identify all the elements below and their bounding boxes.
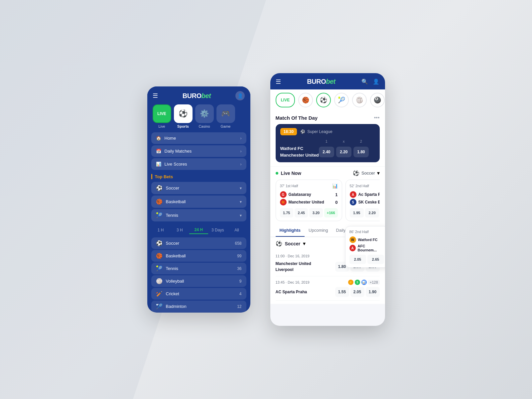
match-odds-row: Watford FC Manchester United 2.40 2.20 1… (280, 145, 369, 158)
h-odd-2-3[interactable]: 1.90 (366, 287, 380, 297)
match-of-day-header: Match Of The Day ••• (276, 115, 380, 121)
filter-other[interactable]: 🎱 (370, 93, 385, 107)
tab-game[interactable]: 🎮 Game (216, 104, 235, 128)
basketball-count-label: Basketball (166, 253, 186, 258)
live-tab-label: Live (158, 124, 165, 128)
acsparta-name: Ac Sparta Praha (358, 192, 380, 197)
badminton-count-label: Badminton (166, 304, 187, 309)
right-logo: BURObet (307, 78, 335, 85)
count-badminton[interactable]: 🏸 Badminton 12 (151, 301, 246, 312)
odd-x[interactable]: 2.20 (336, 147, 351, 157)
top-bets-title: Top Bets (155, 174, 173, 179)
cricket-count-num: 4 (239, 292, 242, 296)
search-icon[interactable]: 🔍 (361, 78, 368, 85)
odds-group: 2.40 2.20 1.80 (319, 147, 369, 157)
match-2-datetime: 13:45 · Dec 16, 2019 (276, 280, 310, 284)
live-odd-2-1[interactable]: 1.95 (350, 208, 364, 217)
more-odds-1[interactable]: +166 (324, 208, 338, 217)
live-card-2-header: 52' 2nd Half 📊 (350, 183, 380, 189)
count-volleyball[interactable]: 🏐 Volleyball 9 (151, 275, 246, 287)
hamburger-icon[interactable]: ☰ (153, 92, 158, 99)
soccer-filter-chevron: ▾ (377, 170, 380, 176)
match-2-teams-row: AC Sparta Praha 1.55 2.05 1.90 (276, 287, 380, 297)
cricket-count-label: Cricket (166, 291, 179, 296)
tab-casino[interactable]: ⚙️ Casino (195, 104, 214, 128)
top-bets-basketball[interactable]: 🏀 Basketball ▾ (151, 196, 246, 208)
tab-live[interactable]: LIVE Live (153, 104, 171, 128)
live-odd-1-2[interactable]: 2.45 (295, 208, 308, 217)
badge-yellow-2: ⚡ (348, 280, 353, 285)
overflow-live-card: 86' 2nd Half W Watford FC A AFC Bournem.… (345, 226, 385, 268)
h-odd-2-2[interactable]: 2.05 (350, 287, 364, 297)
count-soccer[interactable]: ⚽ Soccer 658 (151, 237, 246, 249)
basketball-label: Basketball (166, 199, 186, 204)
team-row-galatasaray: G Galatasaray 1 (280, 191, 338, 198)
live-card-2-teams: A Ac Sparta Praha 1 S SK Ceske Budejovic… (350, 191, 380, 205)
count-basketball[interactable]: 🏀 Basketball 99 (151, 250, 246, 262)
afc-logo: A (349, 245, 356, 251)
live-odd-1-1[interactable]: 1.75 (280, 208, 293, 217)
top-bets-section: Top Bets ⚽ Soccer ▾ 🏀 Basketball ▾ (147, 170, 250, 221)
game-tab-label: Game (221, 124, 231, 128)
live-odd-1-3[interactable]: 3.20 (309, 208, 323, 217)
right-user-icon[interactable]: 👤 (373, 78, 379, 85)
tab-upcoming[interactable]: Upcoming (305, 224, 332, 237)
cricket-count-icon: 🏏 (156, 291, 163, 297)
soccer-filter[interactable]: ⚽ Soccer ▾ (353, 170, 379, 176)
user-icon[interactable]: 👤 (235, 91, 245, 100)
highlights-dropdown-icon[interactable]: ▾ (303, 240, 306, 247)
match-1-datetime: 11:00 · Dec 16, 2019 (276, 254, 310, 258)
time-3h[interactable]: 3 H (170, 226, 189, 234)
game-tab-icon: 🎮 (216, 104, 235, 123)
overflow-card-teams: W Watford FC A AFC Bournem... (349, 236, 384, 252)
menu-item-live-scores[interactable]: 📊 Live Scores › (151, 158, 246, 170)
top-bets-soccer[interactable]: ⚽ Soccer ▾ (151, 182, 246, 194)
right-header: ☰ BURObet 🔍 👤 (270, 73, 385, 89)
time-24h[interactable]: 24 H (189, 226, 208, 234)
stats-icon-1[interactable]: 📊 (332, 183, 338, 189)
count-tennis[interactable]: 🎾 Tennis 36 (151, 263, 246, 274)
time-1h[interactable]: 1 H (151, 226, 170, 234)
menu-item-daily-matches[interactable]: 📅 Daily Matches › (151, 145, 246, 157)
filter-live[interactable]: LIVE (276, 93, 295, 107)
soccer-count-icon: ⚽ (156, 240, 163, 246)
calendar-icon: 📅 (156, 149, 161, 154)
overflow-odd-1[interactable]: 2.05 (349, 255, 366, 264)
h-odd-2-1[interactable]: 1.55 (335, 287, 349, 297)
sports-tab-icon: ⚽ (174, 104, 193, 123)
odd-1[interactable]: 2.40 (319, 147, 334, 157)
filter-basketball[interactable]: 🏀 (298, 93, 313, 107)
menu-item-home[interactable]: 🏠 Home › (151, 132, 246, 144)
tab-highlights[interactable]: Highlights (276, 224, 305, 237)
filter-volleyball[interactable]: 🏐 (352, 93, 367, 107)
top-bets-tennis[interactable]: 🎾 Tennis ▾ (151, 209, 246, 221)
live-now-section: Live Now ⚽ Soccer ▾ 37' 1st Half 📊 (270, 166, 385, 224)
time-3days[interactable]: 3 Days (208, 226, 227, 234)
live-card-1-teams: G Galatasaray 1 M Manchester United (280, 191, 338, 205)
watford-logo: W (349, 236, 356, 243)
live-now-header: Live Now ⚽ Soccer ▾ (276, 170, 380, 176)
right-phone: ☰ BURObet 🔍 👤 LIVE 🏀 ⚽ 🎾 🏐 🎱 (270, 73, 385, 326)
match-1-time: 37' 1st Half (280, 184, 298, 188)
count-cricket[interactable]: 🏏 Cricket 4 (151, 288, 246, 300)
live-odd-2-2[interactable]: 2.20 (365, 208, 379, 217)
time-all[interactable]: All (227, 226, 246, 234)
odd-2[interactable]: 1.80 (353, 147, 369, 157)
right-hamburger-icon[interactable]: ☰ (276, 78, 281, 85)
tennis-count-num: 36 (237, 266, 241, 271)
sk-name: SK Ceske Budejovice (358, 200, 380, 204)
badminton-count-icon: 🏸 (156, 303, 163, 310)
overflow-odd-2[interactable]: 2.65 (367, 255, 384, 264)
sports-tab-label: Sports (177, 124, 189, 128)
match-of-day-section: Match Of The Day ••• 18:30 ⚽ Super Leagu… (270, 111, 385, 166)
team-row-watford: W Watford FC (349, 236, 384, 243)
sk-logo: S (350, 199, 356, 205)
live-scores-label: Live Scores (165, 162, 187, 167)
galatasaray-name: Galatasaray (289, 192, 311, 197)
sports-count-list: ⚽ Soccer 658 🏀 Basketball 99 🎾 Tennis (147, 237, 250, 312)
match-1-teams: Manchester United Liverpool (276, 261, 311, 273)
filter-tennis[interactable]: 🎾 (334, 93, 349, 107)
tab-sports[interactable]: ⚽ Sports (174, 104, 193, 128)
filter-soccer[interactable]: ⚽ (316, 93, 331, 107)
more-dots-icon[interactable]: ••• (374, 115, 380, 121)
